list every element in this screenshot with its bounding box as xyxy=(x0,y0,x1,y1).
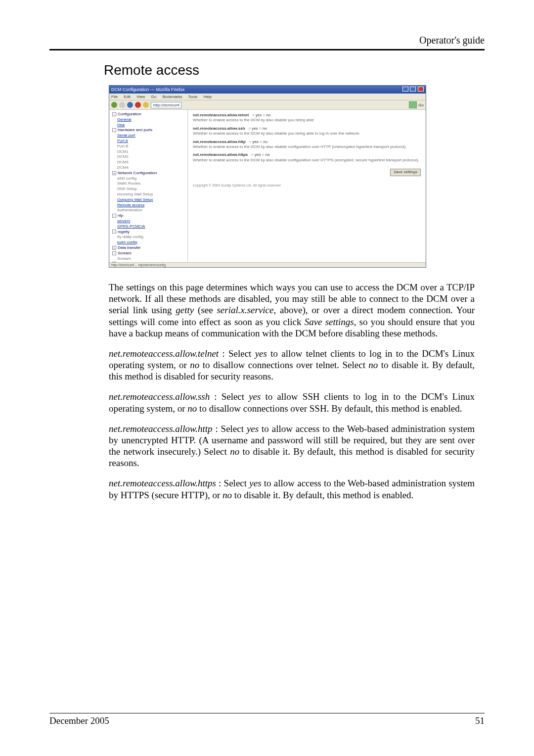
tree-item[interactable]: Serial port xyxy=(112,133,186,139)
window-titlebar: DCM Configuration — Mozilla Firefox xyxy=(109,86,426,94)
tree-item: -Hardware and ports xyxy=(112,128,186,133)
paragraph-http: net.remoteaccess.allow.http : Select yes… xyxy=(109,423,475,469)
tree-item: DCM4 xyxy=(112,165,186,171)
body-text: The settings on this page determines whi… xyxy=(109,282,475,501)
browser-menu: File Edit View Go Bookmarks Tools Help xyxy=(109,94,426,100)
tree-item: -Configuration xyxy=(112,112,186,117)
config-content: net.remoteaccess.allow.telnet ○ yes ○ no… xyxy=(188,110,426,262)
reload-icon[interactable] xyxy=(127,102,133,108)
minimize-icon[interactable] xyxy=(402,87,408,92)
page-header-right: Operator's guide xyxy=(49,35,485,46)
tree-item: Scream xyxy=(112,256,186,262)
menu-bookmarks[interactable]: Bookmarks xyxy=(163,94,182,99)
tree-item[interactable]: login config xyxy=(112,240,186,245)
menu-tools[interactable]: Tools xyxy=(188,94,198,99)
tree-item: +Network Configuration xyxy=(112,171,186,176)
paragraph-telnet: net.remoteaccess.allow.telnet : Select y… xyxy=(109,348,475,382)
tree-item: Incoming Mail Setup xyxy=(112,192,186,197)
setting-item: net.remoteaccess.allow.http ○ yes ○ noWh… xyxy=(193,140,421,150)
tree-item: DCM3 xyxy=(112,160,186,165)
tree-item[interactable]: Remote access xyxy=(112,203,186,208)
tree-item[interactable]: Outgoing Mail Setup xyxy=(112,197,186,203)
tree-item: -Scream xyxy=(112,251,186,256)
tree-item[interactable]: GPRS-PCMCIA xyxy=(112,224,186,230)
tree-item: Port B xyxy=(112,144,186,149)
forward-icon[interactable] xyxy=(119,102,125,108)
paragraph-intro: The settings on this page determines whi… xyxy=(109,282,475,339)
tree-item: DCM1 xyxy=(112,149,186,155)
tree-item: +Data transfer xyxy=(112,245,186,251)
menu-help[interactable]: Help xyxy=(204,94,212,99)
tree-item: tty dialip config xyxy=(112,235,186,240)
window-buttons xyxy=(402,87,424,93)
window-title: DCM Configuration — Mozilla Firefox xyxy=(111,87,185,92)
setting-item: net.remoteaccess.allow.ssh ○ yes ○ noWhe… xyxy=(193,126,421,137)
go-label: Go xyxy=(418,103,424,107)
tree-item: eth0 config xyxy=(112,176,186,182)
back-icon[interactable] xyxy=(111,102,117,108)
save-settings-button[interactable]: Save settings xyxy=(390,169,421,176)
browser-statusbar: http://dcm/conf… ntp/servers/config xyxy=(109,262,426,267)
tree-item[interactable]: Port A xyxy=(112,139,186,144)
tree-item: DNS Setup xyxy=(112,187,186,192)
home-icon[interactable] xyxy=(143,102,149,108)
menu-go[interactable]: Go xyxy=(151,94,157,99)
paragraph-https: net.remoteaccess.allow.https : Select ye… xyxy=(109,477,475,500)
tree-item: -mgetty xyxy=(112,230,186,235)
footer-rule xyxy=(49,713,485,713)
go-button[interactable] xyxy=(409,101,417,108)
stop-icon[interactable] xyxy=(135,102,141,108)
footer-date: December 2005 xyxy=(49,715,109,726)
close-icon[interactable] xyxy=(418,87,424,92)
page-footer: December 2005 51 xyxy=(49,713,485,726)
menu-file[interactable]: File xyxy=(111,94,118,99)
setting-item: net.remoteaccess.allow.https ○ yes ○ noW… xyxy=(193,152,421,163)
tree-item: +HTTP xyxy=(112,261,186,262)
tree-item: -ntp xyxy=(112,213,186,219)
url-field[interactable]: http://dcm/conf xyxy=(151,102,181,108)
config-tree[interactable]: -ConfigurationGeneralDisk-Hardware and p… xyxy=(109,110,188,262)
tree-item[interactable]: General xyxy=(112,117,186,123)
tree-item[interactable]: Disk xyxy=(112,123,186,128)
tree-item[interactable]: servers xyxy=(112,219,186,224)
header-rule xyxy=(49,49,485,50)
tree-item: Static Routes xyxy=(112,181,186,187)
section-title: Remote access xyxy=(104,62,485,78)
screenshot-copyright: Copyright © 2004 Guralp Systems Ltd. All… xyxy=(193,183,421,188)
menu-view[interactable]: View xyxy=(136,94,145,99)
browser-toolbar: http://dcm/conf Go xyxy=(109,100,426,110)
tree-item: DCM2 xyxy=(112,154,186,160)
footer-page-number: 51 xyxy=(475,715,485,726)
maximize-icon[interactable] xyxy=(410,87,416,92)
paragraph-ssh: net.remoteaccess.allow.ssh : Select yes … xyxy=(109,391,475,414)
setting-item: net.remoteaccess.allow.telnet ○ yes ○ no… xyxy=(193,113,421,123)
browser-screenshot: DCM Configuration — Mozilla Firefox File… xyxy=(109,85,426,268)
tree-item: Authentication xyxy=(112,208,186,213)
menu-edit[interactable]: Edit xyxy=(124,94,131,99)
